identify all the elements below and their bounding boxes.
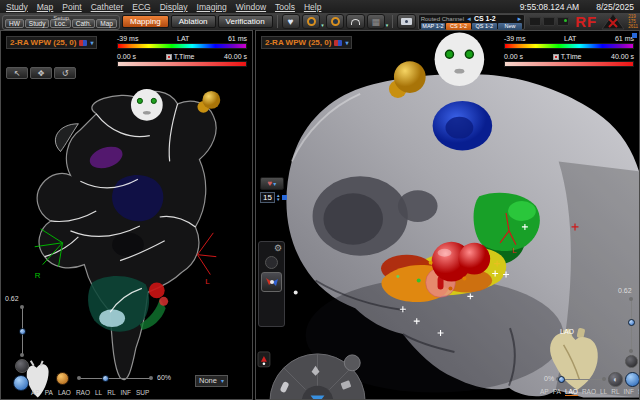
zoom-slider[interactable] xyxy=(79,378,151,379)
map-viewport-right[interactable]: 2-RA WPW (25, 0) ▾ -39 ms LAT 61 ms 0.00… xyxy=(255,30,640,400)
snapshot-button[interactable] xyxy=(397,14,415,29)
ablation-dome-button[interactable] xyxy=(346,14,364,29)
peel-view-button[interactable] xyxy=(15,359,29,373)
main-toolbar: Setup HW Study Loc. Cath. Map Mapping Ab… xyxy=(0,13,640,30)
rotate-tool-button[interactable]: ↺ xyxy=(54,67,76,79)
channel-new-button[interactable]: New xyxy=(498,23,523,30)
orient-inf[interactable]: INF xyxy=(121,389,131,396)
orient-ap[interactable]: AP xyxy=(540,388,549,396)
zoom-slider-knob[interactable] xyxy=(558,376,565,383)
chevron-down-icon: ▾ xyxy=(221,376,224,386)
view-control-wheel[interactable] xyxy=(270,354,365,399)
lat-patch-red xyxy=(149,282,165,298)
spinner-arrows-icon[interactable]: ▲▼ xyxy=(276,194,280,202)
peel-view-button[interactable] xyxy=(625,355,638,368)
orient-inf[interactable]: INF xyxy=(624,388,634,396)
ttime-icon[interactable] xyxy=(553,54,559,60)
menu-display[interactable]: Display xyxy=(160,2,188,12)
channel-prev-icon[interactable]: ◄ xyxy=(466,16,472,22)
verification-mode-button[interactable]: Verification xyxy=(218,15,273,28)
orient-rl[interactable]: RL xyxy=(611,388,619,396)
ttime-colorbar xyxy=(117,61,247,67)
gear-icon[interactable]: ⚙ xyxy=(261,244,282,253)
window-control-icon[interactable] xyxy=(632,33,637,38)
mapping-mode-button[interactable]: Mapping xyxy=(122,15,169,28)
clock-icon xyxy=(307,17,316,26)
menu-catheter[interactable]: Catheter xyxy=(91,2,124,12)
ttime-icon[interactable] xyxy=(166,54,172,60)
fill-threshold-button[interactable] xyxy=(56,372,69,385)
save-icon: ▦ xyxy=(371,17,380,27)
zoom-slider-knob[interactable] xyxy=(102,375,109,382)
save-dropdown-icon[interactable]: ▾ xyxy=(386,22,389,28)
setup-group-label: Setup xyxy=(3,15,119,21)
ttime-min-label: 0.00 s xyxy=(117,52,136,61)
heart-view-button[interactable]: ♥ xyxy=(282,14,300,29)
timer-map-button[interactable] xyxy=(302,14,320,29)
orientation-row: AP PA LAO RAO LL RL INF SUP xyxy=(31,389,149,396)
heart-icon: ♥ xyxy=(288,17,294,27)
orient-pa[interactable]: PA xyxy=(553,388,561,396)
orient-rl[interactable]: RL xyxy=(107,389,115,396)
menu-ecg[interactable]: ECG xyxy=(132,2,150,12)
menu-help[interactable]: Help xyxy=(304,2,321,12)
catheter-display-button[interactable]: ♥ ▾ xyxy=(260,177,284,190)
fam-points-button[interactable] xyxy=(261,272,282,292)
ttime-max-label: 40.00 s xyxy=(611,52,634,61)
menu-map[interactable]: Map xyxy=(37,2,54,12)
chevron-down-icon[interactable]: ▾ xyxy=(345,39,348,46)
tool-slot-circle[interactable] xyxy=(265,256,278,269)
points-counter: 219 175 2611 xyxy=(628,14,638,29)
marker-l-label: L xyxy=(205,277,210,286)
marker-l-label: L xyxy=(512,246,517,255)
left-3d-map[interactable]: R L xyxy=(1,31,252,399)
orient-lao[interactable]: LAO xyxy=(565,388,578,396)
map-title-right[interactable]: 2-RA WPW (25, 0) ▾ xyxy=(261,36,352,49)
menu-point[interactable]: Point xyxy=(62,2,81,12)
orient-ll[interactable]: LL xyxy=(95,389,102,396)
orient-pa[interactable]: PA xyxy=(45,389,53,396)
globe-view-button[interactable]: ◐ xyxy=(608,372,623,387)
lat-min-label: -39 ms xyxy=(117,34,138,43)
menu-study[interactable]: Study xyxy=(6,2,28,12)
menu-bar: Study Map Point Catheter ECG Display Ima… xyxy=(0,0,640,13)
channel-map12-button[interactable]: MAP 1-2 xyxy=(421,23,446,30)
menu-tools[interactable]: Tools xyxy=(275,2,295,12)
map-viewport-left[interactable]: 2-RA WPW (25, 0) ▾ -39 ms LAT 61 ms 0.00… xyxy=(0,30,253,400)
orient-ll[interactable]: LL xyxy=(600,388,607,396)
save-button[interactable]: ▦ xyxy=(367,14,385,29)
routed-channel-box: Routed Channel ◄ CS 1-2 ► MAP 1-2 CS 1-2… xyxy=(418,14,526,30)
orient-ap[interactable]: AP xyxy=(31,389,40,396)
overlay-dropdown-value: None xyxy=(199,376,217,386)
pan-tool-button[interactable]: ↖ xyxy=(6,67,28,79)
right-3d-map[interactable]: L xyxy=(256,31,639,399)
sphere-view-button[interactable] xyxy=(625,372,640,387)
orient-rao[interactable]: RAO xyxy=(582,388,596,396)
timer-map-dropdown-icon[interactable]: ▾ xyxy=(321,22,324,28)
catheter-ghost xyxy=(435,32,485,86)
chevron-down-icon[interactable]: ▾ xyxy=(90,39,93,46)
status-patch-icon xyxy=(543,17,555,26)
orient-lao[interactable]: LAO xyxy=(58,389,71,396)
lat-colorbar xyxy=(504,43,634,49)
orient-rao[interactable]: RAO xyxy=(76,389,90,396)
menu-imaging[interactable]: Imaging xyxy=(197,2,227,12)
sphere-view-button[interactable] xyxy=(13,375,29,391)
lat-colorbar xyxy=(117,43,247,49)
projection-distance-spinner[interactable]: 15 ▲▼ xyxy=(260,192,287,203)
threshold-slider-knob[interactable] xyxy=(19,328,26,335)
map-title-left[interactable]: 2-RA WPW (25, 0) ▾ xyxy=(6,36,97,49)
system-clock: 9:55:08.124 AM xyxy=(520,2,580,12)
channel-qs12-button[interactable]: QS 1-2 xyxy=(472,23,497,30)
threshold-slider-knob[interactable] xyxy=(628,319,635,326)
orient-sup[interactable]: SUP xyxy=(136,389,149,396)
overlay-dropdown[interactable]: None ▾ xyxy=(195,375,228,387)
move-tool-button[interactable]: ✥ xyxy=(30,67,52,79)
clock-icon xyxy=(331,17,340,26)
menu-window[interactable]: Window xyxy=(236,2,266,12)
channel-cs12-button[interactable]: CS 1-2 xyxy=(446,23,471,30)
ablation-mode-button[interactable]: Ablation xyxy=(171,15,216,28)
channel-next-icon[interactable]: ► xyxy=(516,16,522,22)
timer-ablation-button[interactable] xyxy=(326,14,344,29)
setup-group: Setup HW Study Loc. Cath. Map xyxy=(2,15,120,30)
